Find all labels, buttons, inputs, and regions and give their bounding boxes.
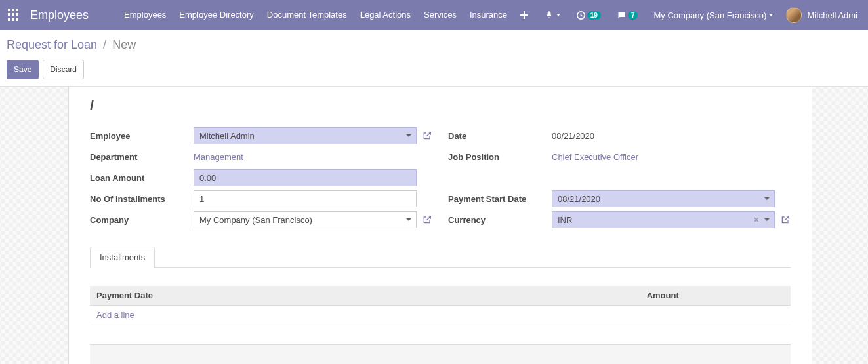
payment-start-label: Payment Start Date [448,194,552,204]
activities-badge: 19 [587,11,601,20]
installments-label: No Of Installments [90,194,194,204]
table-footer [90,345,791,365]
job-position-label: Job Position [448,152,552,162]
record-title: / [79,94,801,126]
content-area: / Employee [0,87,868,364]
caret-down-icon [769,14,773,16]
payment-start-field[interactable] [552,190,775,207]
user-menu[interactable]: Mitchell Admi [783,7,860,23]
date-label: Date [448,131,552,141]
activities-icon[interactable]: 19 [571,0,606,30]
user-name: Mitchell Admi [807,10,858,20]
form-right-column: Date 08/21/2020 Job Position Chief Execu… [442,126,791,231]
breadcrumb-parent[interactable]: Request for Loan [7,38,97,51]
menu-document-templates[interactable]: Document Templates [260,0,354,30]
table-row: Add a line [90,306,791,325]
app-brand[interactable]: Employees [30,9,89,22]
menu-employees[interactable]: Employees [117,0,173,30]
apps-icon[interactable] [8,9,21,22]
breadcrumb: Request for Loan / New [7,38,858,52]
company-label: Company [90,215,194,225]
menu-services[interactable]: Services [417,0,463,30]
discard-button[interactable]: Discard [43,60,84,79]
company-selector[interactable]: My Company (San Francisco) [648,10,778,20]
svg-rect-1 [520,14,528,16]
company-name: My Company (San Francisco) [653,10,766,20]
form-sheet: / Employee [68,87,812,364]
clear-icon[interactable]: × [754,214,759,225]
add-icon[interactable] [514,0,534,30]
menu-insurance[interactable]: Insurance [463,0,514,30]
company-field[interactable] [194,211,417,228]
save-button[interactable]: Save [7,60,39,79]
top-navbar: Employees Employees Employee Directory D… [0,0,868,30]
department-label: Department [90,152,194,162]
employee-field[interactable] [194,127,417,144]
control-buttons: Save Discard [7,60,858,79]
installments-field[interactable] [194,190,417,207]
form-left-column: Employee Department Management [90,126,442,231]
messages-icon[interactable]: 7 [611,0,644,30]
control-panel: Request for Loan / New Save Discard [0,30,868,87]
breadcrumb-current: New [112,38,136,51]
date-value: 08/21/2020 [552,131,594,141]
messages-badge: 7 [628,11,638,20]
breadcrumb-separator: / [103,38,106,51]
tab-content: Payment Date Amount Add a line [90,268,791,364]
currency-label: Currency [448,215,552,225]
main-menu: Employees Employee Directory Document Te… [117,0,514,30]
currency-field[interactable] [552,211,775,228]
col-amount[interactable]: Amount [405,286,686,306]
tabs: Installments Payment Date Amount Add a l… [79,231,801,364]
department-value[interactable]: Management [194,152,243,162]
external-link-icon[interactable] [422,131,432,141]
installments-table: Payment Date Amount Add a line [90,286,791,364]
loan-amount-label: Loan Amount [90,173,194,183]
notifications-icon[interactable] [539,0,566,30]
col-payment-date[interactable]: Payment Date [90,286,405,306]
form-grid: Employee Department Management [79,126,801,231]
menu-legal-actions[interactable]: Legal Actions [354,0,417,30]
menu-employee-directory[interactable]: Employee Directory [173,0,260,30]
job-position-value[interactable]: Chief Executive Officer [552,152,638,162]
loan-amount-field[interactable] [194,169,417,186]
caret-down-icon [556,14,560,16]
col-spacer [686,286,791,306]
navbar-right: 19 7 My Company (San Francisco) Mitchell… [514,0,860,30]
employee-label: Employee [90,131,194,141]
external-link-icon[interactable] [780,214,791,225]
add-line-button[interactable]: Add a line [96,310,134,320]
avatar [786,7,802,23]
tab-header: Installments [90,247,791,268]
external-link-icon[interactable] [422,214,432,225]
tab-installments[interactable]: Installments [90,247,155,268]
